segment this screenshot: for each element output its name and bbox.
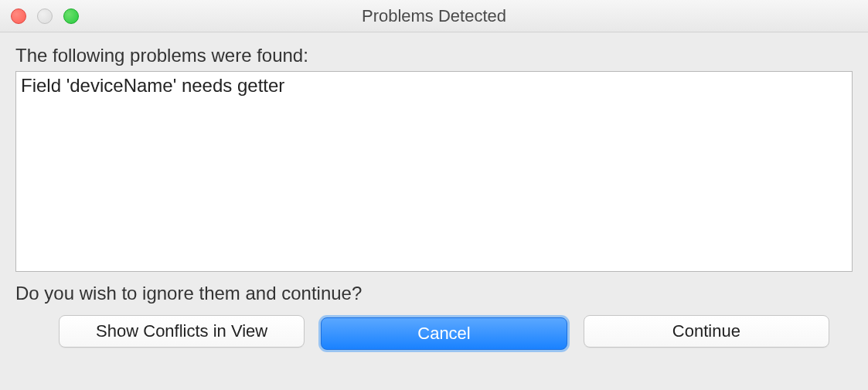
- minimize-icon: [37, 8, 53, 24]
- traffic-lights: [11, 8, 79, 24]
- titlebar: Problems Detected: [0, 0, 868, 32]
- show-conflicts-button[interactable]: Show Conflicts in View: [59, 315, 305, 348]
- close-icon[interactable]: [11, 8, 26, 24]
- prompt-label: Do you wish to ignore them and continue?: [15, 283, 853, 304]
- problems-intro-label: The following problems were found:: [15, 45, 853, 66]
- button-row: Show Conflicts in View Cancel Continue: [15, 315, 853, 352]
- window-title: Problems Detected: [362, 6, 506, 26]
- dialog-content: The following problems were found: Field…: [0, 32, 868, 366]
- continue-button[interactable]: Continue: [584, 315, 829, 348]
- list-item[interactable]: Field 'deviceName' needs getter: [21, 75, 847, 97]
- cancel-button[interactable]: Cancel: [321, 317, 567, 350]
- cancel-button-focus-ring: Cancel: [318, 315, 569, 352]
- problems-list[interactable]: Field 'deviceName' needs getter: [15, 71, 853, 272]
- zoom-icon[interactable]: [63, 8, 79, 24]
